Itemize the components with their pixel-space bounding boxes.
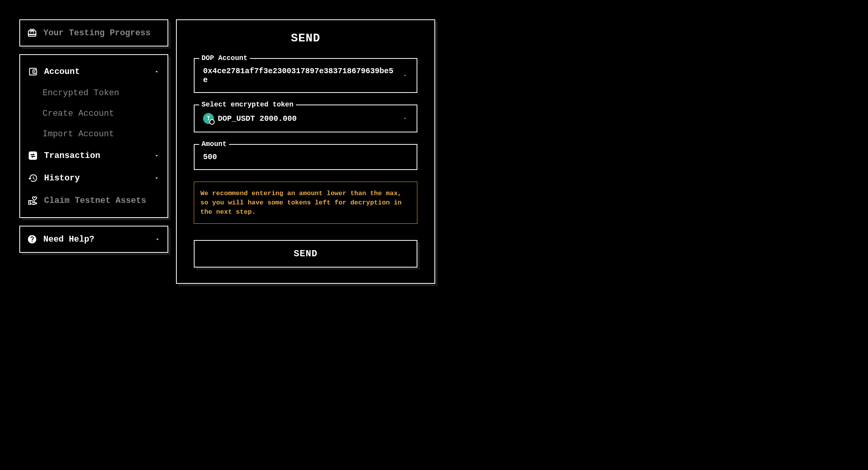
- warning-box: We recommend entering an amount lower th…: [194, 182, 417, 224]
- dop-account-value: 0x4ce2781af7f3e2300317897e383718679639be…: [203, 67, 398, 84]
- chevron-down-icon: [154, 175, 160, 181]
- token-field[interactable]: Select encrypted token T DOP_USDT 2000.0…: [194, 105, 417, 132]
- token-legend: Select encrypted token: [199, 101, 296, 108]
- claim-icon: [28, 196, 38, 206]
- amount-field: Amount: [194, 144, 417, 170]
- chevron-up-icon: [154, 69, 160, 75]
- nav-history-label: History: [44, 173, 80, 183]
- nav-claim-label: Claim Testnet Assets: [44, 196, 146, 206]
- help-panel[interactable]: Need Help?: [19, 226, 168, 253]
- chevron-down-icon: [402, 115, 408, 122]
- chevron-down-icon: [154, 236, 161, 242]
- nav-item-account[interactable]: Account: [20, 60, 167, 83]
- dop-account-field[interactable]: DOP Account 0x4ce2781af7f3e2300317897e38…: [194, 58, 417, 93]
- nav-account-label: Account: [44, 67, 80, 77]
- swap-icon: [28, 151, 38, 161]
- warning-text: We recommend entering an amount lower th…: [200, 189, 411, 216]
- send-panel: SEND DOP Account 0x4ce2781af7f3e23003178…: [176, 19, 435, 284]
- dop-account-legend: DOP Account: [199, 54, 250, 62]
- help-label: Need Help?: [43, 235, 94, 244]
- testing-progress-panel[interactable]: Your Testing Progress: [19, 19, 168, 46]
- history-icon: [28, 173, 38, 183]
- nav-transaction-label: Transaction: [44, 151, 100, 161]
- gift-icon: [27, 28, 37, 38]
- nav-item-transaction[interactable]: Transaction: [20, 144, 167, 167]
- usdt-token-icon: T: [203, 113, 214, 124]
- sub-item-import-account[interactable]: Import Account: [20, 124, 167, 144]
- help-icon: [27, 234, 37, 244]
- amount-input[interactable]: [203, 153, 408, 161]
- nav-item-claim[interactable]: Claim Testnet Assets: [20, 189, 167, 212]
- svg-rect-1: [29, 151, 37, 160]
- token-value: DOP_USDT 2000.000: [218, 114, 297, 123]
- chevron-down-icon: [154, 153, 160, 159]
- wallet-icon: [28, 67, 38, 77]
- testing-progress-label: Your Testing Progress: [43, 28, 150, 38]
- nav-item-history[interactable]: History: [20, 167, 167, 189]
- page-title: SEND: [194, 32, 417, 45]
- sub-item-encrypted-token[interactable]: Encrypted Token: [20, 83, 167, 103]
- amount-legend: Amount: [199, 140, 229, 148]
- svg-point-0: [34, 71, 35, 72]
- send-button[interactable]: SEND: [194, 240, 417, 268]
- chevron-down-icon: [402, 72, 408, 79]
- nav-panel: Account Encrypted Token Create Account I…: [19, 54, 168, 218]
- sub-item-create-account[interactable]: Create Account: [20, 103, 167, 124]
